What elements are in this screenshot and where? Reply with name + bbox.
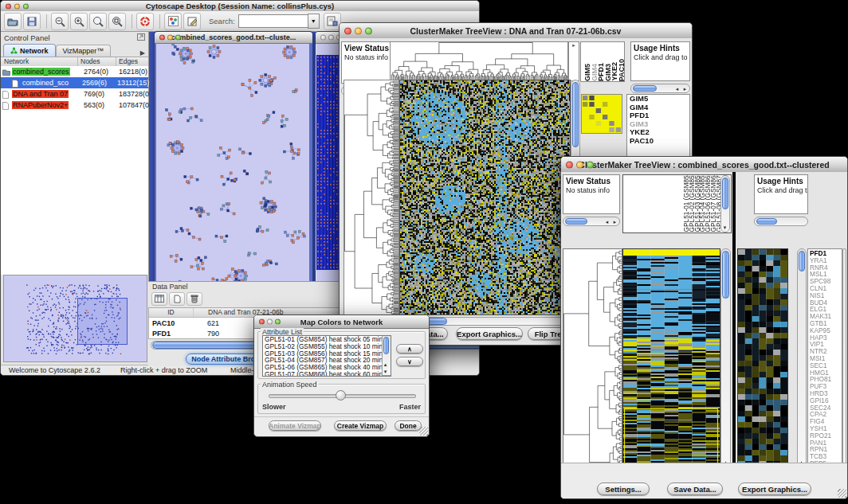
attribute-listbox[interactable]: GPL51-01 (GSM854) heat shock 05 minGPL51… [262,335,391,377]
network-canvas[interactable] [156,44,309,286]
network-view-titlebar[interactable]: combined_scores_good.txt--cluste... [155,32,312,44]
close-button[interactable] [566,161,573,168]
close-button[interactable] [320,35,326,41]
window-controls[interactable] [6,3,29,9]
tv2-settings-button[interactable]: Settings... [597,483,650,495]
create-vizmap-button[interactable]: Create Vizmap [334,420,387,431]
network-overview-canvas[interactable] [4,275,145,360]
tv2-collabel-vscrollbar[interactable]: ▾ [720,175,730,232]
window-controls[interactable] [566,161,594,168]
scroll-left-arrow[interactable]: ◂ [603,219,610,225]
network-row[interactable]: combined_sco2569(6)13112(15) [1,77,148,88]
vizmapper-shortcut-button[interactable] [164,13,182,30]
scroll-down-arrow[interactable]: ▾ [382,369,389,375]
scroll-down-arrow[interactable]: ▾ [721,225,728,231]
minimize-button[interactable] [14,3,20,9]
network-name-cell[interactable]: combined_sco [22,79,82,87]
network-row[interactable]: RNAPuberNov2+563(0)107847(0) [1,100,148,111]
treeview2-titlebar[interactable]: ClusterMaker TreeView : combined_scores_… [561,157,847,173]
tv2-hints-scrollbar[interactable] [754,217,808,226]
network-row[interactable]: combined_scores2764(0)16218(0) [1,66,148,77]
network-name-cell[interactable]: DNA and Tran 07 [12,90,82,98]
zoom-button[interactable] [23,3,29,9]
scrollbar-thumb[interactable] [756,218,777,225]
zoom-button[interactable] [175,35,181,41]
tv2-row-dendrogram[interactable] [563,248,622,476]
tv2-column-label[interactable]: GPL51-01 (GSM854) [682,175,688,232]
tv1-row-label[interactable]: GIM5 [627,95,689,104]
float-panel-icon[interactable] [137,33,145,42]
select-attributes-button[interactable] [151,292,167,306]
tv2-detail-heatmap[interactable] [737,248,788,476]
window-controls[interactable] [259,319,281,325]
minimize-button[interactable] [167,35,173,41]
minimize-button[interactable] [328,35,334,41]
tv2-right-scroll-strip[interactable] [842,248,846,475]
zoom-button[interactable] [365,27,372,34]
open-session-button[interactable] [4,13,22,30]
tv1-column-dendrogram[interactable] [390,41,568,81]
annotation-button[interactable] [183,13,201,30]
scrollbar-thumb[interactable] [383,337,389,354]
tv2-column-label[interactable]: GPL51-02 (GSM855) [688,175,693,232]
tv2-split-divider[interactable] [732,172,736,476]
move-up-button[interactable]: ∧ [396,344,423,354]
tv2-column-label[interactable]: GPL51-06 (GSM865) [704,175,709,232]
zoom-button[interactable] [275,319,281,325]
dialog-titlebar[interactable]: Map Colors to Network [254,315,429,329]
delete-attribute-button[interactable] [186,292,202,306]
main-titlebar[interactable]: Cytoscape Desktop (Session Name: collins… [1,1,479,12]
tv1-heatmap[interactable] [399,80,571,315]
tv1-column-label[interactable]: PAC10 [618,59,625,81]
tv1-export-graphics-button[interactable]: Export Graphics... [456,327,523,340]
scrollbar-thumb[interactable] [799,251,805,272]
scrollbar-thumb[interactable] [633,85,657,92]
scroll-up-arrow[interactable]: ▴ [382,361,389,368]
network-overview-panel[interactable] [3,275,147,362]
zoom-out-button[interactable] [51,13,69,30]
tv2-vscrollbar[interactable]: ▴ ▾ [720,248,731,475]
minimize-button[interactable] [355,27,362,34]
search-combobox[interactable]: ▼ [238,14,320,29]
scroll-right-arrow[interactable]: ▸ [611,219,618,225]
tv2-gene-vscrollbar[interactable]: ▴ ▾ [797,248,807,475]
tab-network[interactable]: Network [3,44,56,57]
scroll-right-arrow[interactable]: ▸ [681,86,689,92]
tv1-overview-heatmap[interactable] [581,94,622,134]
tv2-export-graphics-button[interactable]: Export Graphics... [738,483,811,495]
animate-vizmap-button[interactable]: Animate Vizmap [269,420,321,431]
resize-grip[interactable] [419,427,428,436]
close-button[interactable] [344,27,351,34]
resize-grip[interactable] [838,489,846,498]
scrollbar-thumb[interactable] [572,82,579,147]
tv1-column-label[interactable]: GIM5 [583,64,591,81]
zoom-fit-button[interactable] [108,13,126,30]
window-controls[interactable] [159,35,181,41]
tv2-heatmap[interactable] [622,248,720,476]
close-button[interactable] [259,319,265,325]
animation-speed-slider-thumb[interactable] [336,390,346,400]
tv1-column-label[interactable]: PFD1 [597,63,604,81]
tv2-save-data-button[interactable]: Save Data... [667,483,723,495]
close-button[interactable] [159,35,165,41]
treeview1-titlebar[interactable]: ClusterMaker TreeView : DNA and Tran 07-… [340,23,692,39]
attribute-list-vscrollbar[interactable]: ▴ ▾ [382,336,391,376]
create-attribute-button[interactable] [169,292,185,306]
data-col-id[interactable]: ID [149,308,194,317]
close-button[interactable] [6,3,11,9]
done-button[interactable]: Done [395,420,422,431]
minimize-button[interactable] [576,161,583,168]
tv1-row-label[interactable]: PAC10 [627,137,689,146]
scrollbar-thumb[interactable] [722,251,729,299]
move-down-button[interactable]: ∨ [396,357,423,366]
zoom-actual-button[interactable] [89,13,107,30]
tv2-column-label[interactable]: GPL51-08 (GSM872) [715,175,720,232]
scrollbar-thumb[interactable] [565,218,587,225]
tab-overflow-arrow[interactable]: ▶ [140,49,145,57]
tab-vizmapper[interactable]: VizMapper™ [56,45,112,57]
zoom-button[interactable] [587,161,594,168]
help-button[interactable] [136,13,154,30]
network-name-cell[interactable]: RNAPuberNov2+ [12,101,82,109]
tv1-hints-scrollbar[interactable]: ◂ ▸ [630,84,690,93]
tv1-row-dendrogram[interactable] [344,80,399,315]
